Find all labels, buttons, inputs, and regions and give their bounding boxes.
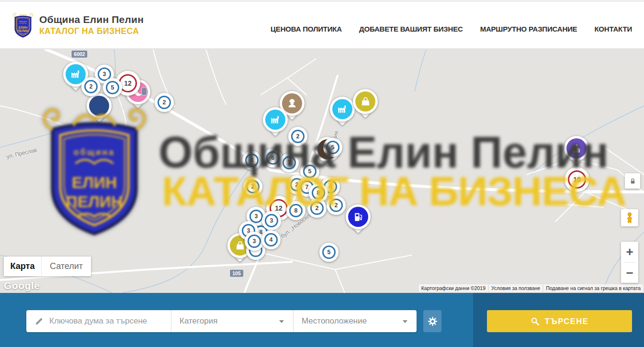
cluster-marker[interactable]: 2 bbox=[243, 177, 262, 196]
municipality-crest-icon: община ЕЛИН ПЕЛИН bbox=[12, 11, 34, 39]
cluster-marker[interactable]: 5 bbox=[323, 138, 342, 157]
svg-text:община: община bbox=[19, 21, 27, 22]
map-lock-button[interactable] bbox=[625, 173, 640, 189]
road-badge: 105 bbox=[230, 270, 243, 277]
map-type-control: Карта Сателит bbox=[4, 257, 91, 276]
advanced-search-button[interactable] bbox=[423, 310, 441, 332]
svg-text:ПЕЛИН: ПЕЛИН bbox=[18, 29, 29, 33]
cluster-marker[interactable]: 4 bbox=[261, 230, 281, 249]
gear-icon bbox=[428, 316, 438, 326]
cluster-marker[interactable]: 5 bbox=[103, 78, 122, 97]
factory-pin[interactable] bbox=[330, 97, 355, 122]
cluster-marker[interactable]: 2 bbox=[288, 127, 307, 146]
cluster-marker[interactable]: 2 bbox=[307, 199, 327, 218]
category-select[interactable]: Категория bbox=[171, 310, 294, 332]
nav-route-schedule[interactable]: МАРШРУТНО РАЗПИСАНИЕ bbox=[480, 25, 577, 33]
location-select[interactable]: Местоположение bbox=[294, 310, 417, 332]
attribution-terms-link[interactable]: Условия за ползване bbox=[489, 284, 542, 292]
street-view-pegman-button[interactable] bbox=[621, 209, 638, 226]
nav-contacts[interactable]: КОНТАКТИ bbox=[594, 25, 632, 33]
cluster-marker[interactable]: 4 bbox=[242, 151, 261, 170]
svg-text:ЕЛИН: ЕЛИН bbox=[19, 25, 28, 29]
search-submit-button[interactable]: ТЪРСЕНЕ bbox=[487, 310, 632, 332]
google-logo[interactable]: Google bbox=[4, 280, 40, 291]
zoom-in-button[interactable]: + bbox=[621, 242, 638, 262]
keyword-field bbox=[26, 310, 171, 332]
satellite-view-button[interactable]: Сателит bbox=[41, 257, 91, 276]
map-view-button[interactable]: Карта bbox=[4, 257, 41, 276]
pegman-icon bbox=[623, 212, 636, 224]
header: община ЕЛИН ПЕЛИН Община Елин Пелин КАТА… bbox=[0, 2, 644, 49]
cluster-marker[interactable]: 3 bbox=[245, 232, 264, 251]
zoom-out-button[interactable]: − bbox=[621, 263, 638, 283]
cluster-marker[interactable]: 8 bbox=[286, 201, 305, 220]
factory-pin[interactable] bbox=[263, 107, 288, 132]
site-subtitle: КАТАЛОГ НА БИЗНЕСА bbox=[39, 26, 144, 36]
map-attribution: Картографски данни ©2019 Условия за полз… bbox=[419, 284, 643, 292]
page: община ЕЛИН ПЕЛИН Община Елин Пелин КАТА… bbox=[0, 0, 644, 347]
cluster-marker[interactable]: 2 bbox=[81, 77, 101, 96]
attribution-report-error-link[interactable]: Подаване на сигнал за грешка в картата bbox=[543, 284, 643, 292]
site-title: Община Елин Пелин bbox=[39, 14, 144, 25]
cluster-marker[interactable]: 10 bbox=[565, 167, 589, 192]
search-submit-label: ТЪРСЕНЕ bbox=[545, 317, 588, 326]
pencil-icon bbox=[34, 317, 44, 326]
search-bar: Категория Местоположение ТЪРСЕНЕ bbox=[0, 293, 644, 347]
lock-icon bbox=[629, 178, 636, 185]
cluster-marker[interactable]: 5 bbox=[319, 243, 339, 262]
keyword-search-input[interactable] bbox=[49, 316, 171, 326]
cluster-marker[interactable]: 7 bbox=[280, 153, 299, 172]
cluster-marker[interactable]: 3 bbox=[262, 211, 281, 230]
location-select-label: Местоположение bbox=[302, 316, 367, 326]
cluster-marker[interactable]: 2 bbox=[155, 93, 174, 112]
brand-logo[interactable]: община ЕЛИН ПЕЛИН Община Елин Пелин КАТА… bbox=[12, 11, 144, 39]
attribution-copyright: Картографски данни ©2019 bbox=[419, 284, 488, 292]
category-select-label: Категория bbox=[180, 316, 217, 326]
main-nav: ЦЕНОВА ПОЛИТИКА ДОБАВЕТЕ ВАШИЯТ БИЗНЕС М… bbox=[271, 25, 632, 33]
cluster-marker[interactable]: 2 bbox=[327, 196, 346, 215]
nav-add-business[interactable]: ДОБАВЕТЕ ВАШИЯТ БИЗНЕС bbox=[359, 25, 463, 33]
bag-pin[interactable] bbox=[353, 89, 378, 114]
fuel-pin[interactable] bbox=[346, 204, 371, 229]
search-icon bbox=[531, 317, 540, 326]
plain-pin[interactable] bbox=[87, 93, 112, 118]
chevron-down-icon bbox=[279, 320, 284, 323]
search-fields-group: Категория Местоположение bbox=[26, 310, 417, 332]
road-badge bbox=[142, 88, 147, 95]
road-badge: 6002 bbox=[71, 51, 87, 58]
zoom-control: + − bbox=[621, 242, 638, 283]
chevron-down-icon bbox=[403, 320, 407, 323]
map-canvas[interactable]: 12325225647527248128228333345106002105ул… bbox=[0, 49, 644, 293]
nav-pricing-policy[interactable]: ЦЕНОВА ПОЛИТИКА bbox=[271, 25, 342, 33]
church-pin[interactable] bbox=[564, 136, 589, 161]
